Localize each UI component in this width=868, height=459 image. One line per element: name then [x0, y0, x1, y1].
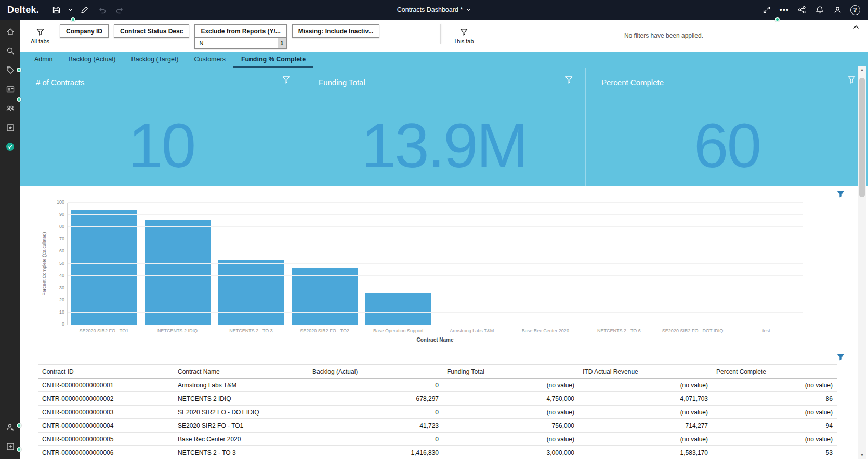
y-axis-tick-label: 20: [48, 297, 64, 302]
filter-chip-count-badge: 1: [278, 38, 286, 48]
column-header-itd-actual-revenue[interactable]: ITD Actual Revenue: [578, 365, 712, 379]
all-tabs-filter[interactable]: All tabs: [20, 20, 60, 52]
bar-se2020-sir2-fo-to1[interactable]: [71, 210, 137, 325]
table-cell: 41,723: [308, 419, 443, 433]
filter-funnel-icon: [36, 28, 44, 36]
vertical-scrollbar[interactable]: ▲ ▼: [858, 66, 866, 459]
scrollbar-thumb[interactable]: [859, 78, 865, 197]
y-axis-tick-label: 70: [48, 236, 64, 241]
sidebar-item-contacts[interactable]: [0, 99, 20, 118]
table-cell: 86: [712, 392, 837, 406]
column-header-funding-total[interactable]: Funding Total: [443, 365, 578, 379]
contracts-table: Contract IDContract NameBacklog (Actual)…: [38, 365, 837, 459]
account-button[interactable]: [828, 0, 846, 20]
undo-button[interactable]: [93, 0, 111, 20]
bar-slot: [362, 203, 436, 325]
chart-plot-area: 0102030405060708090100: [67, 203, 803, 325]
bar-slot: [68, 203, 141, 325]
kpi-title: Percent Complete: [601, 78, 664, 87]
table-body: CNTR-000000000000001Armstrong Labs T&M0(…: [38, 379, 837, 459]
save-button[interactable]: [47, 0, 65, 20]
table-cell: CNTR-000000000000003: [38, 406, 174, 419]
filter-chip-company-id[interactable]: Company ID: [60, 24, 109, 38]
redo-button[interactable]: [111, 0, 128, 20]
sidebar-item-favorites[interactable]: [0, 118, 20, 137]
dashboard-title: Contracts Dashboard *: [397, 6, 463, 14]
sidebar-item-home[interactable]: [0, 22, 20, 41]
bar-se2020-sir2-fo-to2[interactable]: [292, 268, 358, 325]
table-cell: 1,416,830: [308, 446, 443, 459]
kpi-filter-funnel-icon[interactable]: [282, 76, 290, 84]
kpi-filter-funnel-icon[interactable]: [565, 76, 573, 84]
share-button[interactable]: [793, 0, 811, 20]
scroll-up-arrow-icon[interactable]: ▲: [860, 66, 864, 74]
filter-chip-value[interactable]: N: [195, 40, 203, 46]
chart-filter-funnel-icon[interactable]: [837, 190, 845, 198]
status-dot: [775, 17, 780, 22]
bar-slot: [583, 203, 656, 325]
deltek-logo: Deltek.: [0, 5, 47, 16]
table-row[interactable]: CNTR-000000000000005Base Rec Center 2020…: [38, 433, 837, 446]
table-cell: 4,750,000: [443, 392, 578, 406]
tab-backlog-actual[interactable]: Backlog (Actual): [60, 52, 123, 68]
sidebar-item-search[interactable]: [0, 41, 20, 60]
column-header-contract-name[interactable]: Contract Name: [174, 365, 308, 379]
save-menu-button[interactable]: [65, 0, 75, 20]
column-header-backlog-actual[interactable]: Backlog (Actual): [308, 365, 443, 379]
scroll-down-arrow-icon[interactable]: ▼: [860, 452, 864, 459]
tab-admin[interactable]: Admin: [27, 52, 60, 68]
filter-chip-label[interactable]: Exclude from Reports (Y/...: [195, 25, 286, 38]
table-cell: 0: [308, 406, 443, 419]
column-header-contract-id[interactable]: Contract ID: [38, 365, 174, 379]
kpi-title: # of Contracts: [36, 78, 84, 87]
table-cell: (no value): [712, 406, 837, 419]
save-menu-chevron-icon: [68, 8, 73, 11]
dashboard-title-menu[interactable]: Contracts Dashboard *: [397, 0, 471, 20]
table-cell: 0: [308, 433, 443, 446]
bar-netcents-2-idiq[interactable]: [145, 220, 211, 325]
table-cell: SE2020 SIR2 FO - DOT IDIQ: [174, 406, 308, 419]
table-row[interactable]: CNTR-000000000000003SE2020 SIR2 FO - DOT…: [38, 406, 837, 419]
edit-button[interactable]: [75, 0, 93, 20]
collapse-filter-bar-button[interactable]: [844, 20, 868, 52]
x-axis-tick-label: NETCENTS 2 IDIQ: [141, 328, 215, 333]
help-button[interactable]: ?: [846, 0, 864, 20]
help-icon: ?: [850, 5, 860, 15]
expand-button[interactable]: [758, 0, 775, 20]
scrollbar-track[interactable]: [858, 74, 866, 452]
table-row[interactable]: CNTR-000000000000001Armstrong Labs T&M0(…: [38, 379, 837, 392]
x-axis-tick-label: Base Rec Center 2020: [509, 328, 583, 333]
sidebar-item-approvals[interactable]: [0, 137, 20, 156]
gridline: [68, 202, 803, 203]
filter-chip-contract-status-desc[interactable]: Contract Status Desc: [114, 24, 189, 38]
account-icon: [833, 6, 842, 15]
edit-icon: [80, 6, 89, 15]
sidebar-item-user-badge[interactable]: [0, 79, 20, 99]
user-settings-icon: [6, 423, 15, 432]
kpi-card-of-contracts: # of Contracts10: [20, 68, 303, 186]
this-tab-filter[interactable]: This tab: [444, 20, 483, 52]
top-bar-right: ••• ?: [758, 0, 868, 20]
tab-funding-complete[interactable]: Funding % Complete: [233, 52, 313, 68]
bar-base-operation-support[interactable]: [365, 293, 431, 325]
kpi-filter-funnel-icon[interactable]: [848, 76, 856, 84]
tab-backlog-target[interactable]: Backlog (Target): [123, 52, 186, 68]
contracts-dashboard-app: Deltek.: [0, 0, 868, 459]
column-header-percent-complete[interactable]: Percent Complete: [712, 365, 837, 379]
table-filter-funnel-icon[interactable]: [837, 353, 845, 361]
table-cell: (no value): [578, 379, 712, 392]
sidebar-item-add[interactable]: [0, 437, 20, 456]
x-axis-tick-labels: SE2020 SIR2 FO - TO1NETCENTS 2 IDIQNETCE…: [67, 328, 803, 333]
table-header-row: Contract IDContract NameBacklog (Actual)…: [38, 365, 837, 379]
notifications-button[interactable]: [811, 0, 828, 20]
table-row[interactable]: CNTR-000000000000004SE2020 SIR2 FO - TO1…: [38, 419, 837, 433]
table-cell: 3,000,000: [443, 446, 578, 459]
y-axis-tick-label: 40: [48, 273, 64, 278]
table-row[interactable]: CNTR-000000000000006NETCENTS 2 - TO 31,4…: [38, 446, 837, 459]
filter-chip-missing-include-inactiv[interactable]: Missing: Include Inactiv...: [292, 24, 379, 38]
tab-customers[interactable]: Customers: [186, 52, 233, 68]
table-row[interactable]: CNTR-000000000000002NETCENTS 2 IDIQ678,2…: [38, 392, 837, 406]
bar-netcents-2-to-3[interactable]: [218, 260, 284, 325]
star-box-icon: [6, 123, 15, 132]
check-circle-icon: [5, 142, 15, 152]
